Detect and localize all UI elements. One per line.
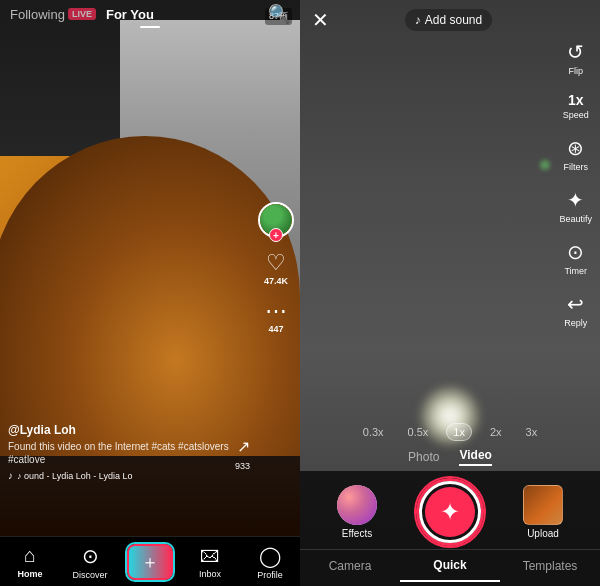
speed-icon: 1x <box>568 92 584 108</box>
live-badge: LIVE <box>68 8 96 20</box>
speed-0.3x[interactable]: 0.3x <box>357 424 390 440</box>
follow-plus-badge: + <box>269 228 283 242</box>
nav-inbox-label: Inbox <box>199 569 221 579</box>
left-panel: Following LIVE For You 🔍 87画 + ♡ 47.4K <box>0 0 300 586</box>
camera-tab-camera[interactable]: Camera <box>300 551 400 581</box>
nav-discover[interactable]: ⊙ Discover <box>60 544 120 580</box>
camera-tab-templates[interactable]: Templates <box>500 551 600 581</box>
comment-icon: ⋯ <box>265 300 287 322</box>
speed-2x[interactable]: 2x <box>484 424 508 440</box>
camera-bottom: Effects ✦ Upload Camera Quick Templat <box>300 471 600 586</box>
beautify-icon: ✦ <box>567 188 584 212</box>
photo-mode[interactable]: Photo <box>408 450 439 464</box>
following-tab[interactable]: Following LIVE <box>10 7 100 22</box>
add-sound-label: Add sound <box>425 13 482 27</box>
top-bar: Following LIVE For You 🔍 <box>0 0 300 28</box>
filters-button[interactable]: ⊛ Filters <box>563 136 588 172</box>
nav-profile[interactable]: ◯ Profile <box>240 544 300 580</box>
capture-row: Effects ✦ Upload <box>300 471 600 549</box>
search-icon[interactable]: 🔍 <box>268 3 290 25</box>
right-panel: ✕ ♪ Add sound ↺ Flip 1x Speed ⊛ Filters … <box>300 0 600 586</box>
timer-icon: ⊙ <box>567 240 584 264</box>
flip-label: Flip <box>568 66 583 76</box>
upload-label: Upload <box>527 528 559 539</box>
create-plus-icon: ＋ <box>141 550 159 574</box>
music-row: ♪ ♪ ound - Lydia Loh - Lydia Lo <box>8 470 240 481</box>
username[interactable]: @Lydia Loh <box>8 423 240 437</box>
beautify-button[interactable]: ✦ Beautify <box>559 188 592 224</box>
speed-0.5x[interactable]: 0.5x <box>402 424 435 440</box>
like-button[interactable]: ♡ 47.4K <box>264 252 288 286</box>
music-text: ♪ ound - Lydia Loh - Lydia Lo <box>17 471 132 481</box>
filters-label: Filters <box>563 162 588 172</box>
camera-tab-quick[interactable]: Quick <box>400 550 500 582</box>
speed-1x[interactable]: 1x <box>446 423 472 441</box>
beautify-label: Beautify <box>559 214 592 224</box>
music-note-icon: ♪ <box>8 470 13 481</box>
speed-3x[interactable]: 3x <box>520 424 544 440</box>
create-icon-box: ＋ <box>127 544 173 580</box>
capture-button[interactable]: ✦ <box>419 481 481 543</box>
effects-button[interactable]: Effects <box>337 485 377 539</box>
video-info: @Lydia Loh Found this video on the Inter… <box>8 423 240 481</box>
reply-label: Reply <box>564 318 587 328</box>
caption: Found this video on the Internet #cats #… <box>8 440 240 466</box>
add-sound-button[interactable]: ♪ Add sound <box>405 9 492 31</box>
nav-inbox[interactable]: 🖂 Inbox <box>180 544 240 579</box>
mode-selector: Photo Video <box>300 448 600 466</box>
sparkle-icon: ✦ <box>440 498 460 526</box>
upload-button[interactable]: Upload <box>523 485 563 539</box>
nav-create[interactable]: ＋ <box>120 544 180 580</box>
tab-underline <box>140 26 160 28</box>
upload-thumbnail <box>523 485 563 525</box>
comment-count: 447 <box>268 324 283 334</box>
flip-icon: ↺ <box>567 40 584 64</box>
filters-icon: ⊛ <box>567 136 584 160</box>
profile-icon: ◯ <box>259 544 281 568</box>
heart-icon: ♡ <box>266 252 286 274</box>
discover-icon: ⊙ <box>82 544 99 568</box>
reply-icon: ↩ <box>567 292 584 316</box>
comment-button[interactable]: ⋯ 447 <box>265 300 287 334</box>
timer-button[interactable]: ⊙ Timer <box>564 240 587 276</box>
like-count: 47.4K <box>264 276 288 286</box>
speed-selector: 0.3x 0.5x 1x 2x 3x <box>300 423 600 441</box>
effects-label: Effects <box>342 528 372 539</box>
following-label: Following <box>10 7 65 22</box>
cat-body <box>0 136 300 456</box>
camera-right-tools: ↺ Flip 1x Speed ⊛ Filters ✦ Beautify ⊙ T… <box>559 40 592 328</box>
music-note-icon: ♪ <box>415 13 421 27</box>
nav-discover-label: Discover <box>72 570 107 580</box>
creator-avatar-wrap[interactable]: + <box>258 202 294 238</box>
reply-button[interactable]: ↩ Reply <box>564 292 587 328</box>
camera-top-bar: ✕ ♪ Add sound <box>300 0 600 40</box>
capture-button-wrap: ✦ <box>419 481 481 543</box>
nav-home[interactable]: ⌂ Home <box>0 544 60 579</box>
video-mode[interactable]: Video <box>459 448 491 466</box>
home-icon: ⌂ <box>24 544 36 567</box>
speed-label: Speed <box>563 110 589 120</box>
close-button[interactable]: ✕ <box>312 8 329 32</box>
flip-button[interactable]: ↺ Flip <box>567 40 584 76</box>
nav-profile-label: Profile <box>257 570 283 580</box>
green-dot <box>540 160 550 170</box>
inbox-icon: 🖂 <box>200 544 220 567</box>
bottom-nav: ⌂ Home ⊙ Discover ＋ 🖂 Inbox ◯ Profile <box>0 536 300 586</box>
speed-button[interactable]: 1x Speed <box>563 92 589 120</box>
nav-home-label: Home <box>17 569 42 579</box>
camera-tab-row: Camera Quick Templates <box>300 549 600 582</box>
right-actions: + ♡ 47.4K ⋯ 447 <box>258 202 294 334</box>
foryou-tab[interactable]: For You <box>106 7 154 22</box>
timer-label: Timer <box>564 266 587 276</box>
capture-button-inner: ✦ <box>425 487 475 537</box>
video-area: 87画 + ♡ 47.4K ⋯ 447 ↗ 933 @Lydia Loh <box>0 0 300 536</box>
effects-avatar <box>337 485 377 525</box>
